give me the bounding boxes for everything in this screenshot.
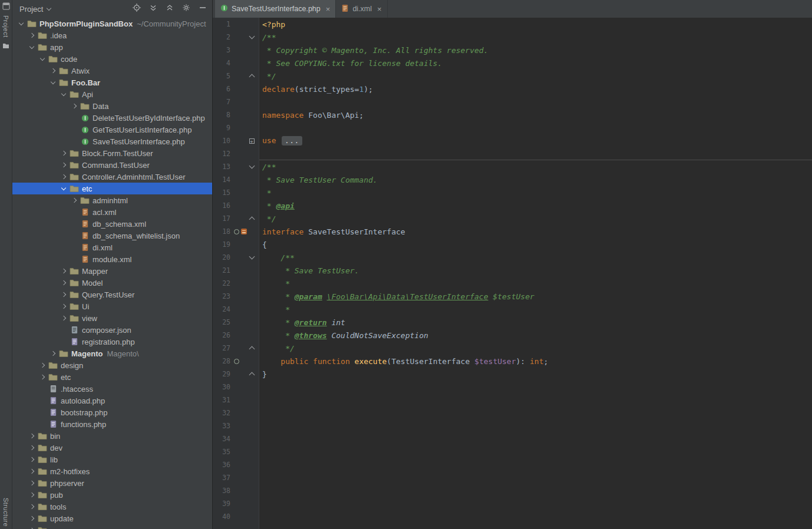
folded-code-badge[interactable]: ... xyxy=(282,136,302,146)
tree-item-idea[interactable]: .idea xyxy=(12,29,212,41)
tree-item-code[interactable]: code xyxy=(12,53,212,65)
tree-item-etc[interactable]: etc xyxy=(12,183,212,194)
line-number[interactable]: 28 xyxy=(213,357,230,365)
tree-item-model[interactable]: Model xyxy=(12,277,212,289)
tree-item-adminhtml[interactable]: adminhtml xyxy=(12,194,212,206)
fold-marker-icon[interactable]: + xyxy=(247,138,256,144)
line-number[interactable]: 10 xyxy=(213,137,230,145)
tree-item-deletetestuserbyidinterface-php[interactable]: DeleteTestUserByIdInterface.php xyxy=(12,112,212,124)
code-line-17[interactable]: 17 */ xyxy=(213,212,812,225)
code-line-19[interactable]: 19{ xyxy=(213,238,812,251)
expand-arrow-icon[interactable] xyxy=(58,316,68,320)
line-number[interactable]: 2 xyxy=(213,33,230,41)
tree-item-registration-php[interactable]: registration.php xyxy=(12,336,212,348)
code-line-40[interactable]: 40 xyxy=(213,510,812,523)
tree-item-db-schema-xml[interactable]: db_schema.xml xyxy=(12,218,212,230)
tree-item-phpstormpluginsandbox[interactable]: PhpStormPluginSandBox~/CommunityProject xyxy=(12,18,212,29)
code-line-22[interactable]: 22 * xyxy=(213,277,812,290)
tree-item-command-testuser[interactable]: Command.TestUser xyxy=(12,159,212,171)
code-line-18[interactable]: 18interface SaveTestUserInterface xyxy=(213,225,812,238)
code-line-39[interactable]: 39 xyxy=(213,497,812,510)
line-number[interactable]: 25 xyxy=(213,318,230,326)
code-line-37[interactable]: 37 xyxy=(213,471,812,484)
expand-arrow-icon[interactable] xyxy=(37,58,47,60)
line-number[interactable]: 34 xyxy=(213,435,230,443)
tree-item-acl-xml[interactable]: acl.xml xyxy=(12,206,212,218)
expand-arrow-icon[interactable] xyxy=(37,375,47,379)
line-number[interactable]: 16 xyxy=(213,201,230,210)
hide-button[interactable] xyxy=(197,4,207,14)
expand-arrow-icon[interactable] xyxy=(27,470,37,473)
tree-item-controller-adminhtml-testuser[interactable]: Controller.Adminhtml.TestUser xyxy=(12,171,212,183)
line-number[interactable]: 13 xyxy=(213,163,230,171)
code-text[interactable]: * @return int xyxy=(256,318,345,327)
expand-arrow-icon[interactable] xyxy=(58,187,68,190)
code-line-34[interactable]: 34 xyxy=(213,432,812,445)
code-line-9[interactable]: 9 xyxy=(213,121,812,134)
code-line-24[interactable]: 24 * xyxy=(213,303,812,316)
code-text[interactable]: * @param \Foo\Bar\Api\Data\TestUserInter… xyxy=(256,292,534,301)
code-line-31[interactable]: 31 xyxy=(213,394,812,406)
code-line-23[interactable]: 23 * @param \Foo\Bar\Api\Data\TestUserIn… xyxy=(213,290,812,303)
tree-item-gettestuserlistinterface-php[interactable]: GetTestUserListInterface.php xyxy=(12,124,212,135)
line-number[interactable]: 14 xyxy=(213,176,230,184)
expand-arrow-icon[interactable] xyxy=(27,34,37,37)
expand-arrow-icon[interactable] xyxy=(37,363,47,367)
code-line-38[interactable]: 38 xyxy=(213,484,812,497)
fold-marker-icon[interactable] xyxy=(247,36,256,38)
tree-item-foo-bar[interactable]: Foo.Bar xyxy=(12,77,212,88)
expand-arrow-icon[interactable] xyxy=(27,481,37,485)
tree-item-savetestuserinterface-php[interactable]: SaveTestUserInterface.php xyxy=(12,135,212,147)
line-number[interactable]: 23 xyxy=(213,292,230,300)
line-number[interactable]: 30 xyxy=(213,383,230,391)
code-line-14[interactable]: 14 * Save TestUser Command. xyxy=(213,173,812,186)
line-number[interactable]: 20 xyxy=(213,253,230,262)
fold-marker-icon[interactable] xyxy=(247,371,256,377)
tree-item-module-xml[interactable]: module.xml xyxy=(12,253,212,265)
expand-arrow-icon[interactable] xyxy=(27,434,37,438)
code-line-5[interactable]: 5 */ xyxy=(213,70,812,82)
fold-marker-icon[interactable] xyxy=(247,166,256,168)
expand-arrow-icon[interactable] xyxy=(58,163,68,167)
close-tab-icon[interactable]: × xyxy=(326,5,331,13)
code-line-3[interactable]: 3 * Copyright © Magento, Inc. All rights… xyxy=(213,44,812,57)
expand-arrow-icon[interactable] xyxy=(48,352,58,355)
expand-arrow-icon[interactable] xyxy=(58,175,68,178)
expand-arrow-icon[interactable] xyxy=(48,69,58,72)
implemented-marker-icon[interactable] xyxy=(234,359,239,364)
expand-arrow-icon[interactable] xyxy=(58,269,68,273)
code-text[interactable]: use ... xyxy=(256,136,303,146)
line-number[interactable]: 17 xyxy=(213,214,230,223)
code-text[interactable]: * Copyright © Magento, Inc. All rights r… xyxy=(256,46,488,55)
expand-arrow-icon[interactable] xyxy=(69,199,79,202)
tree-item-pub[interactable]: pub xyxy=(12,489,212,501)
code-line-26[interactable]: 26 * @throws CouldNotSaveException xyxy=(213,329,812,342)
code-text[interactable]: namespace Foo\Bar\Api; xyxy=(256,111,364,120)
code-line-30[interactable]: 30 xyxy=(213,381,812,394)
line-number[interactable]: 32 xyxy=(213,409,230,417)
code-text[interactable]: declare(strict_types=1); xyxy=(256,85,373,94)
chevron-down-icon[interactable] xyxy=(47,6,51,11)
code-text[interactable]: * @api xyxy=(256,201,295,210)
expand-arrow-icon[interactable] xyxy=(16,22,26,25)
implemented-marker-icon[interactable] xyxy=(234,229,239,234)
line-number[interactable]: 9 xyxy=(213,124,230,132)
code-text[interactable]: } xyxy=(256,370,267,379)
code-line-25[interactable]: 25 * @return int xyxy=(213,316,812,329)
stripe-structure-label[interactable]: Structure xyxy=(2,498,9,527)
tree-item-bootstrap-php[interactable]: bootstrap.php xyxy=(12,406,212,418)
tree-item-lib[interactable]: lib xyxy=(12,454,212,465)
line-number[interactable]: 18 xyxy=(213,227,230,236)
line-number[interactable]: 19 xyxy=(213,240,230,249)
code-line-29[interactable]: 29} xyxy=(213,368,812,381)
fold-marker-icon[interactable] xyxy=(247,345,256,351)
tree-item-data[interactable]: Data xyxy=(12,100,212,112)
code-area[interactable]: 1<?php2/**3 * Copyright © Magento, Inc. … xyxy=(213,18,812,529)
code-line-7[interactable]: 7 xyxy=(213,95,812,108)
tree-item-ui[interactable]: Ui xyxy=(12,300,212,312)
expand-arrow-icon[interactable] xyxy=(58,293,68,296)
stripe-project-label[interactable]: Project xyxy=(2,15,9,38)
line-number[interactable]: 21 xyxy=(213,266,230,275)
locate-button[interactable] xyxy=(131,4,141,14)
tree-item-update[interactable]: update xyxy=(12,513,212,524)
